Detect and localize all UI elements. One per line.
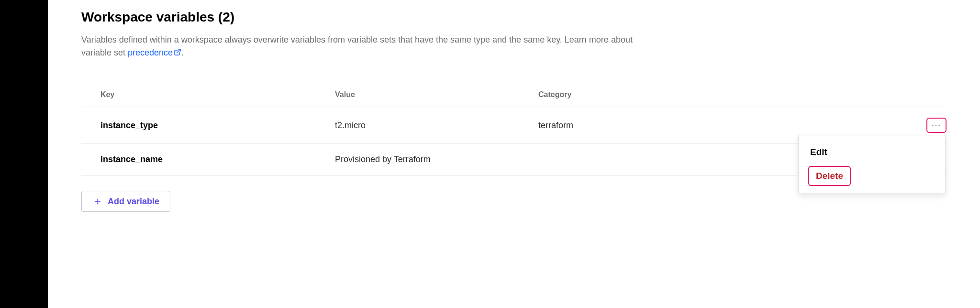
ellipsis-icon: ⋯ [931,121,942,130]
svg-line-0 [177,49,180,53]
table-header: Key Value Category [81,84,947,107]
row-actions-menu: Edit Delete [798,135,946,193]
variables-table: Key Value Category instance_type t2.micr… [81,84,947,176]
header-category: Category [538,90,571,99]
row-key: instance_name [100,154,163,164]
left-sidebar [0,0,48,308]
row-value: t2.micro [335,121,366,130]
header-key: Key [100,90,114,99]
table-row: instance_type t2.micro terraform ⋯ Edit … [81,107,947,144]
row-value: Provisioned by Terraform [335,154,431,164]
row-key: instance_type [100,121,158,130]
header-value: Value [335,90,355,99]
plus-icon: ＋ [92,196,103,207]
description-suffix: . [181,48,184,57]
row-actions-button[interactable]: ⋯ [926,118,947,133]
menu-item-edit[interactable]: Edit [799,141,945,163]
precedence-link-text: precedence [128,48,173,57]
main-content: Workspace variables (2) Variables define… [48,0,980,308]
description-text: Variables defined within a workspace alw… [81,33,656,60]
menu-item-delete[interactable]: Delete [808,166,851,186]
precedence-link[interactable]: precedence [128,48,181,57]
row-category: terraform [538,121,573,130]
add-variable-button[interactable]: ＋ Add variable [81,191,170,212]
page-title: Workspace variables (2) [81,10,947,25]
external-link-icon [174,47,181,60]
add-variable-label: Add variable [108,197,159,207]
